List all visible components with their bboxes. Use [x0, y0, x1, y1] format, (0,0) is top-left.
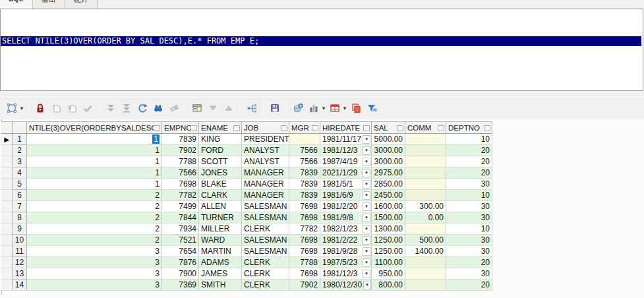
- cell-ename[interactable]: JONES: [199, 167, 242, 179]
- cell-deptno[interactable]: 10: [446, 190, 492, 201]
- cell-sal[interactable]: 2850.00: [372, 179, 405, 190]
- sql-selection-line[interactable]: SELECT NTILE(3)OVER(ORDER BY SAL DESC),E…: [1, 36, 641, 46]
- cell-job[interactable]: SALESMAN: [242, 235, 289, 246]
- table-row[interactable]: 11 3 7654 MARTIN SALESMAN 7698 1981/9/28…: [1, 246, 492, 257]
- grid-edit-mode-dropdown[interactable]: ▾: [18, 105, 25, 111]
- row-number-cell[interactable]: 13: [13, 268, 27, 280]
- cell-deptno[interactable]: 10: [446, 224, 492, 235]
- row-selector-cell[interactable]: [1, 201, 13, 212]
- cell-ename[interactable]: KING: [199, 134, 242, 145]
- row-number-cell[interactable]: 6: [13, 190, 27, 201]
- cell-deptno[interactable]: 20: [446, 257, 492, 268]
- table-row[interactable]: 13 3 7900 JAMES CLERK 7698 1981/12/3▼ 95…: [1, 268, 492, 280]
- cell-job[interactable]: CLERK: [242, 280, 289, 291]
- filter-button[interactable]: [364, 100, 380, 116]
- cell-hiredate[interactable]: 1981/9/8▼: [320, 212, 372, 224]
- cell-mgr[interactable]: 7698: [289, 235, 320, 246]
- cell-deptno[interactable]: 20: [446, 167, 492, 179]
- cell-ename[interactable]: FORD: [199, 145, 242, 156]
- cell-comm[interactable]: [405, 224, 446, 235]
- cell-ntile[interactable]: 3: [27, 246, 162, 257]
- cell-ename[interactable]: SCOTT: [199, 156, 242, 167]
- date-dropdown-button[interactable]: ▼: [363, 281, 371, 289]
- cell-deptno[interactable]: 30: [446, 246, 492, 257]
- row-number-cell[interactable]: 3: [13, 156, 27, 167]
- cell-job[interactable]: MANAGER: [242, 167, 289, 179]
- cell-mgr[interactable]: 7698: [289, 201, 320, 212]
- cell-comm[interactable]: [405, 156, 446, 167]
- cell-comm[interactable]: [405, 167, 446, 179]
- cell-mgr[interactable]: 7566: [289, 145, 320, 156]
- cell-comm[interactable]: [405, 134, 446, 145]
- date-dropdown-button[interactable]: ▼: [363, 146, 370, 155]
- cell-empno[interactable]: 7369: [162, 280, 199, 291]
- fetch-next-page-button[interactable]: [103, 100, 119, 116]
- col-header-ename[interactable]: ENAME: [199, 121, 242, 134]
- date-dropdown-button[interactable]: ▼: [363, 236, 370, 245]
- col-header-deptno[interactable]: DEPTNO: [446, 121, 492, 134]
- date-dropdown-button[interactable]: ▼: [363, 191, 370, 200]
- col-header-job[interactable]: JOB: [242, 121, 289, 134]
- date-dropdown-button[interactable]: ▼: [363, 180, 370, 189]
- cell-hiredate[interactable]: 1981/6/9▼: [320, 190, 372, 201]
- row-number-cell[interactable]: 2: [13, 145, 27, 156]
- column-options-button[interactable]: [312, 125, 318, 131]
- row-number-cell[interactable]: 12: [13, 257, 27, 268]
- cell-mgr[interactable]: 7839: [289, 190, 320, 201]
- cell-mgr[interactable]: 7788: [289, 257, 320, 268]
- cell-job[interactable]: ANALYST: [242, 145, 289, 156]
- column-options-button[interactable]: [281, 125, 287, 131]
- cell-hiredate[interactable]: 1981/5/1▼: [320, 179, 372, 190]
- cell-job[interactable]: CLERK: [242, 257, 289, 268]
- table-row[interactable]: ▶ 1 1 7839 KING PRESIDENT 1981/11/17▼ 50…: [1, 134, 492, 145]
- cell-comm[interactable]: [405, 190, 446, 201]
- grid-edit-mode-button[interactable]: [4, 100, 20, 116]
- row-selector-cell[interactable]: [1, 246, 13, 257]
- cell-deptno[interactable]: 30: [446, 235, 492, 246]
- date-dropdown-button[interactable]: ▼: [363, 202, 370, 211]
- cell-ename[interactable]: WARD: [199, 235, 242, 246]
- cell-empno[interactable]: 7844: [162, 212, 199, 224]
- col-header-comm[interactable]: COMM: [405, 121, 446, 134]
- table-row[interactable]: 7 2 7499 ALLEN SALESMAN 7698 1981/2/20▼ …: [1, 201, 492, 212]
- cell-mgr[interactable]: 7839: [289, 167, 320, 179]
- column-options-button[interactable]: [190, 125, 197, 131]
- cell-sal[interactable]: 1100.00: [372, 257, 405, 268]
- copy-grid-button[interactable]: [348, 100, 364, 116]
- cell-ntile[interactable]: 2: [27, 224, 162, 235]
- cell-sal[interactable]: 2975.00: [372, 167, 405, 179]
- row-selector-cell[interactable]: [1, 235, 13, 246]
- cell-sal[interactable]: 800.00: [372, 280, 405, 291]
- cell-hiredate[interactable]: 1987/5/23▼: [320, 257, 372, 268]
- tab-sql[interactable]: SQL: [0, 0, 33, 9]
- col-header-ntile[interactable]: NTILE(3)OVER(ORDERBYSALDESC): [27, 121, 162, 134]
- cell-hiredate[interactable]: 1982/1/23▼: [320, 224, 372, 235]
- cell-hiredate[interactable]: 1981/2/20▼: [320, 201, 372, 212]
- cell-hiredate[interactable]: 1981/12/3▼: [320, 145, 372, 156]
- date-dropdown-button[interactable]: ▼: [363, 225, 370, 233]
- cell-comm[interactable]: 500.00: [405, 235, 446, 246]
- report-grid-button[interactable]: [327, 100, 343, 116]
- table-row[interactable]: 3 1 7788 SCOTT ANALYST 7566 1987/4/19▼ 3…: [1, 156, 492, 167]
- cell-mgr[interactable]: 7698: [289, 212, 320, 224]
- cell-ntile[interactable]: 2: [27, 212, 162, 224]
- describe-query-button[interactable]: [244, 100, 260, 116]
- cell-hiredate[interactable]: 1987/4/19▼: [320, 156, 372, 167]
- date-dropdown-button[interactable]: ▼: [363, 169, 370, 177]
- row-selector-cell[interactable]: [1, 280, 13, 291]
- single-record-view-button[interactable]: [189, 100, 205, 116]
- cell-comm[interactable]: [405, 179, 446, 190]
- row-selector-cell[interactable]: ▶: [1, 134, 13, 145]
- cell-job[interactable]: MANAGER: [242, 190, 289, 201]
- date-dropdown-button[interactable]: ▼: [363, 258, 370, 267]
- cell-comm[interactable]: [405, 280, 446, 291]
- cell-hiredate[interactable]: 1981/9/28▼: [320, 246, 372, 257]
- cell-ntile[interactable]: 1: [27, 167, 162, 179]
- cell-ename[interactable]: CLARK: [199, 190, 242, 201]
- cell-ntile[interactable]: 3: [27, 257, 162, 268]
- sql-editor[interactable]: SELECT NTILE(3)OVER(ORDER BY SAL DESC),E…: [0, 9, 643, 91]
- refresh-button[interactable]: [134, 100, 150, 116]
- row-selector-cell[interactable]: [1, 224, 13, 235]
- cell-sal[interactable]: 2450.00: [372, 190, 405, 201]
- cell-empno[interactable]: 7788: [162, 156, 199, 167]
